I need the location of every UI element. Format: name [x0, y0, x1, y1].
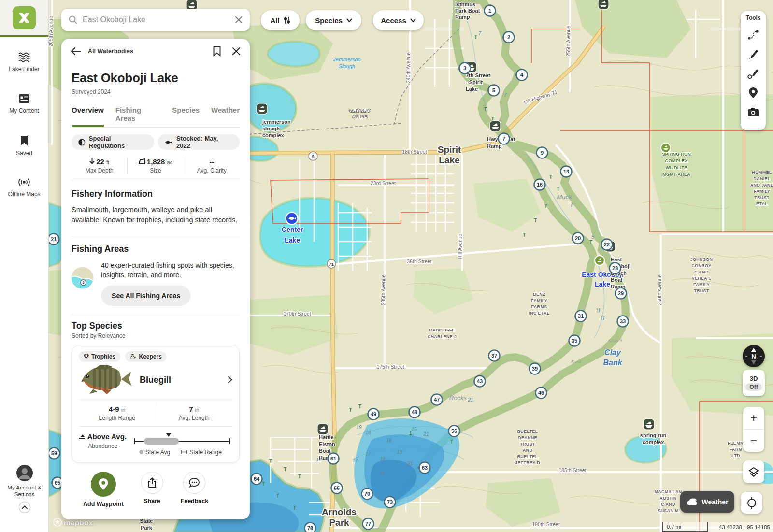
search-input[interactable]	[83, 15, 234, 24]
see-all-fishing-areas-button[interactable]: See All Fishing Areas	[101, 286, 191, 306]
fishing-area-marker[interactable]: 9	[537, 147, 548, 158]
boat-ramp-icon[interactable]	[598, 0, 609, 9]
sidebar-item-lake-finder[interactable]: Lake Finder	[0, 52, 48, 73]
boat-ramp-icon[interactable]	[317, 424, 328, 434]
fishing-area-marker[interactable]: 20	[573, 233, 584, 244]
add-waypoint-button[interactable]: Add Waypoint	[83, 472, 124, 507]
locate-button[interactable]	[741, 492, 762, 514]
fishing-area-marker[interactable]: 49	[368, 409, 379, 420]
tool-measure-distance[interactable]	[744, 25, 762, 44]
map-label: 19	[356, 425, 362, 430]
boat-ramp-icon[interactable]	[644, 419, 654, 430]
search-bar[interactable]	[61, 9, 250, 31]
tools-panel: Tools	[741, 11, 766, 130]
fishing-area-marker[interactable]: 2	[503, 32, 515, 43]
breadcrumb[interactable]: All Waterbodies	[88, 48, 213, 55]
svg-text:T: T	[523, 232, 526, 238]
sidebar-account[interactable]: My Account & Settings	[0, 464, 49, 514]
map-label: BUELTEL	[517, 454, 538, 459]
fishing-area-marker[interactable]: 39	[530, 363, 541, 374]
filter-species-button[interactable]: Species	[306, 10, 361, 30]
map-label: Gravel	[609, 338, 623, 343]
svg-text:21: 21	[51, 236, 57, 242]
fishing-area-marker[interactable]: 61	[328, 453, 339, 464]
fishing-area-marker[interactable]: 59	[49, 448, 60, 459]
fish-poi-icon[interactable]	[286, 213, 298, 225]
filter-all-button[interactable]: All	[261, 10, 300, 30]
fishing-area-marker[interactable]: 22	[601, 239, 613, 250]
tool-draw-line[interactable]	[744, 44, 762, 64]
fishing-areas-heading: Fishing Areas	[72, 244, 240, 254]
fishing-area-marker[interactable]: 4	[516, 70, 528, 81]
compass-control[interactable]: N	[743, 345, 765, 367]
zoom-in-button[interactable]: +	[743, 407, 764, 429]
fishing-area-marker[interactable]: 73	[385, 497, 396, 508]
share-button[interactable]: Share	[141, 472, 163, 507]
fishing-area-marker[interactable]: 33	[617, 316, 629, 327]
tab-fishing-areas[interactable]: Fishing Areas	[115, 106, 161, 127]
fishing-area-marker[interactable]: 56	[449, 426, 460, 437]
weather-button[interactable]: Weather	[680, 491, 734, 513]
fishing-area-marker[interactable]: 43	[474, 376, 486, 387]
svg-text:T: T	[474, 34, 477, 40]
tool-add-waypoint[interactable]	[744, 83, 762, 102]
back-icon[interactable]	[71, 47, 81, 56]
fishing-area-marker[interactable]: 29	[616, 288, 627, 299]
boat-ramp-icon[interactable]	[490, 121, 501, 131]
map-label: CROSBY	[349, 108, 370, 113]
zoom-out-button[interactable]: −	[743, 429, 764, 452]
fishing-area-marker[interactable]: 3	[459, 63, 471, 74]
tab-overview[interactable]: Overview	[72, 106, 104, 127]
tool-draw-area[interactable]	[744, 64, 762, 83]
stocked-badge[interactable]: Stocked: May, 2022	[158, 134, 240, 150]
fishing-area-marker[interactable]: 63	[419, 462, 430, 474]
fishing-area-marker[interactable]: 16	[534, 179, 545, 190]
bookmark-save-icon[interactable]	[213, 46, 221, 57]
map-label: SUSAN M	[658, 508, 679, 513]
tab-weather[interactable]: Weather	[211, 106, 240, 127]
tab-species[interactable]: Species	[172, 106, 200, 127]
sidebar-item-my-content[interactable]: My Content	[0, 93, 48, 115]
sidebar-item-offline-maps[interactable]: Offline Maps	[0, 177, 48, 198]
close-panel-icon[interactable]	[232, 47, 241, 56]
fishing-area-marker[interactable]: 21	[48, 234, 59, 245]
fishing-area-marker[interactable]: 64	[251, 474, 262, 485]
app-logo[interactable]	[13, 6, 36, 29]
fishing-area-marker[interactable]: 5	[488, 85, 500, 96]
fishing-area-marker[interactable]: 77	[363, 518, 374, 530]
fishing-area-marker[interactable]: 31	[575, 311, 587, 322]
fishing-area-marker[interactable]: 66	[331, 483, 343, 494]
fishing-area-marker[interactable]: 35	[569, 335, 580, 346]
fishing-area-marker[interactable]: 48	[409, 407, 420, 418]
map-label: jemmerson	[262, 119, 291, 125]
access-poi-icon[interactable]	[595, 256, 604, 265]
map-label: DANIEL	[753, 176, 771, 181]
map-label: Elston	[319, 441, 335, 447]
clear-search-icon[interactable]	[234, 15, 243, 24]
collapse-chevron-icon[interactable]	[18, 501, 31, 514]
regulations-badge[interactable]: Special Regulations	[72, 134, 154, 150]
tool-photo[interactable]	[744, 102, 762, 122]
boat-ramp-icon[interactable]	[257, 103, 267, 114]
fishing-area-marker[interactable]: 37	[489, 350, 500, 361]
fishing-area-marker[interactable]: 46	[536, 388, 547, 399]
3d-toggle[interactable]: 3D Off	[743, 370, 765, 396]
feedback-button[interactable]: Feedback	[181, 472, 209, 507]
layers-button[interactable]	[743, 460, 764, 483]
keepers-badge: Keepers	[125, 351, 166, 362]
filter-access-button[interactable]: Access	[373, 10, 424, 30]
map-label: Hill Avenue	[457, 234, 463, 259]
fishing-area-marker[interactable]: 78	[305, 523, 316, 532]
svg-text:9: 9	[312, 154, 314, 159]
fishing-area-marker[interactable]: 1	[485, 5, 496, 16]
species-card[interactable]: Trophies Keepers	[72, 345, 240, 463]
svg-text:4: 4	[520, 72, 524, 78]
fishing-area-marker[interactable]: 23	[610, 263, 621, 274]
sidebar-item-saved[interactable]: Saved	[0, 135, 48, 157]
fishing-area-marker[interactable]: 13	[561, 166, 572, 177]
fishing-area-marker[interactable]: 7	[499, 133, 510, 144]
svg-text:T: T	[450, 439, 453, 445]
fishing-area-marker[interactable]: 47	[431, 394, 443, 405]
svg-text:T: T	[549, 174, 552, 180]
fishing-area-marker[interactable]: 70	[362, 489, 373, 500]
